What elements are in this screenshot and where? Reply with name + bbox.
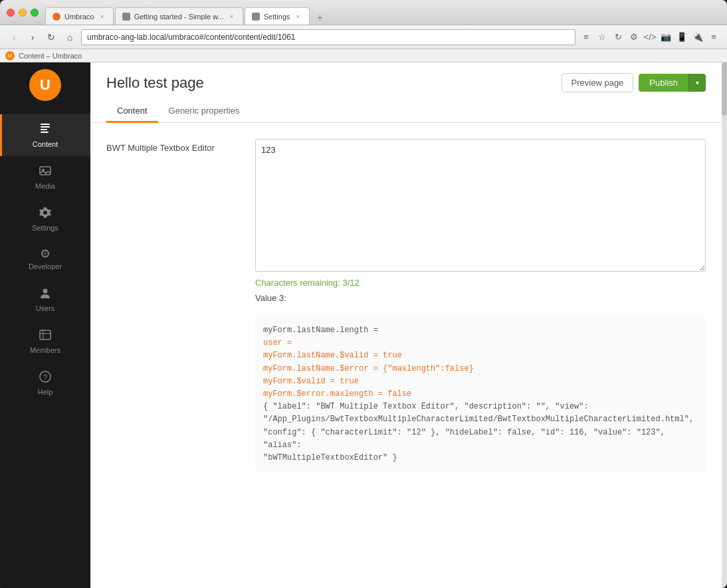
- tab-label-umbraco: Umbraco: [64, 13, 94, 21]
- field-control-editor: 123 Characters remaining: 3/12 Value 3: …: [255, 139, 706, 472]
- sidebar-item-media[interactable]: Media: [0, 156, 90, 198]
- sidebar-label-help: Help: [38, 388, 53, 396]
- new-tab-button[interactable]: +: [314, 11, 327, 25]
- sidebar-item-members[interactable]: Members: [0, 320, 90, 362]
- svg-rect-7: [40, 330, 51, 340]
- sidebar-item-content[interactable]: Content: [0, 114, 90, 156]
- menu-icon[interactable]: ≡: [707, 31, 720, 44]
- umbraco-favicon: U: [5, 51, 15, 60]
- svg-rect-3: [41, 132, 49, 133]
- sidebar-item-developer[interactable]: ⚙ Developer: [0, 240, 90, 278]
- sidebar-label-members: Members: [30, 346, 60, 354]
- tab-close-1[interactable]: ×: [98, 13, 106, 21]
- debug-line-2: user =: [263, 337, 698, 349]
- debug-info: myForm.lastName.length = user = myForm.l…: [255, 316, 706, 472]
- tab-close-3[interactable]: ×: [294, 13, 302, 21]
- scrollbar-track[interactable]: [722, 62, 727, 588]
- tab-favicon-3: [252, 13, 260, 21]
- mobile-icon[interactable]: 📱: [675, 31, 688, 44]
- tab-content[interactable]: Content: [106, 100, 158, 123]
- tab-label-getting-started: Getting started - Simple w...: [134, 13, 224, 21]
- tab-generic-properties[interactable]: Generic properties: [158, 100, 251, 123]
- publish-wrapper: Publish ▾: [639, 74, 706, 92]
- app-container: U Content: [0, 62, 727, 588]
- publish-button[interactable]: Publish: [639, 74, 688, 92]
- browser-tab-settings[interactable]: Settings ×: [245, 7, 310, 25]
- svg-point-6: [43, 289, 48, 294]
- umbraco-tab-strip: U Content – Umbraco: [0, 49, 727, 62]
- titlebar: Umbraco × Getting started - Simple w... …: [0, 0, 727, 25]
- back-button[interactable]: ‹: [7, 30, 21, 45]
- field-label-editor: BWT Multiple Textbox Editor: [106, 139, 239, 472]
- home-button[interactable]: ⌂: [62, 30, 77, 45]
- developer-icon: ⚙: [40, 248, 51, 260]
- sidebar-label-developer: Developer: [29, 262, 62, 270]
- extension-icon[interactable]: 🔌: [691, 31, 704, 44]
- browser-toolbar: ‹ › ↻ ⌂ umbraco-ang-lab.local/umbraco#/c…: [0, 25, 727, 49]
- textbox-editor[interactable]: 123: [255, 139, 706, 272]
- dev-tools-icon[interactable]: </>: [643, 31, 657, 44]
- debug-line-4: myForm.lastName.$error = {"maxlength":fa…: [263, 363, 698, 375]
- forward-button[interactable]: ›: [25, 30, 40, 45]
- address-text: umbraco-ang-lab.local/umbraco#/content/c…: [87, 33, 570, 42]
- header-actions: Preview page Publish ▾: [562, 73, 706, 92]
- browser-window: Umbraco × Getting started - Simple w... …: [0, 0, 727, 588]
- scrollbar-thumb[interactable]: [722, 62, 727, 116]
- debug-line-10: "bWTMultipleTextboxEditor" }: [263, 452, 698, 464]
- debug-line-7: { "label": "BWT Multiple Textbox Editor"…: [263, 401, 698, 413]
- sidebar-item-settings[interactable]: Settings: [0, 198, 90, 240]
- traffic-lights: [7, 9, 39, 17]
- minimize-button[interactable]: [19, 9, 27, 17]
- svg-rect-2: [41, 129, 47, 130]
- debug-line-6: myForm.$error.maxlength = false: [263, 388, 698, 401]
- sidebar-label-media: Media: [35, 182, 55, 190]
- page-header-top: Hello test page Preview page Publish ▾: [106, 73, 706, 92]
- help-icon: ?: [39, 370, 52, 385]
- debug-line-5: myForm.$valid = true: [263, 375, 698, 388]
- umbraco-tab-label: Content – Umbraco: [19, 52, 82, 60]
- users-icon: [39, 286, 52, 302]
- debug-line-3: myForm.lastName.$valid = true: [263, 349, 698, 362]
- main-content: BWT Multiple Textbox Editor 123 Characte…: [90, 123, 722, 588]
- members-icon: [39, 328, 52, 343]
- sidebar-logo-icon: U: [40, 76, 51, 94]
- reader-mode-icon[interactable]: ≡: [579, 31, 593, 44]
- preview-page-button[interactable]: Preview page: [562, 73, 634, 92]
- sidebar-label-content: Content: [33, 140, 58, 148]
- settings-sidebar-icon: [39, 206, 52, 221]
- publish-dropdown-button[interactable]: ▾: [688, 74, 706, 92]
- address-bar[interactable]: umbraco-ang-lab.local/umbraco#/content/c…: [81, 29, 575, 45]
- sidebar-item-help[interactable]: ? Help: [0, 362, 90, 404]
- debug-line-1: myForm.lastName.length =: [263, 324, 698, 337]
- sidebar-label-users: Users: [36, 304, 55, 312]
- maximize-button[interactable]: [31, 9, 39, 17]
- chars-remaining: Characters remaining: 3/12: [255, 278, 706, 288]
- value-display: Value 3:: [255, 293, 706, 303]
- debug-line-8: "/App_Plugins/BwtTextboxMultipleCharacte…: [263, 413, 698, 426]
- content-icon: [39, 122, 52, 138]
- refresh-icon[interactable]: ↻: [611, 31, 625, 44]
- sidebar-label-settings: Settings: [32, 224, 58, 232]
- field-row-editor: BWT Multiple Textbox Editor 123 Characte…: [106, 139, 706, 472]
- svg-rect-4: [40, 167, 51, 175]
- tab-favicon-1: [52, 13, 60, 21]
- browser-tab-umbraco[interactable]: Umbraco ×: [45, 7, 114, 25]
- debug-line-9: "config": { "characterLimit": "12" }, "h…: [263, 427, 698, 452]
- close-button[interactable]: [7, 9, 15, 17]
- screenshot-icon[interactable]: 📷: [659, 31, 673, 44]
- browser-tab-getting-started[interactable]: Getting started - Simple w... ×: [115, 7, 243, 25]
- bookmark-icon[interactable]: ☆: [595, 31, 609, 44]
- sidebar-logo[interactable]: U: [29, 69, 61, 101]
- page-header: Hello test page Preview page Publish ▾ C…: [90, 62, 722, 123]
- tab-close-2[interactable]: ×: [228, 13, 236, 21]
- toolbar-actions: ≡ ☆ ↻ ⚙ </> 📷 📱 🔌 ≡: [579, 31, 720, 44]
- page-title: Hello test page: [106, 74, 204, 92]
- media-icon: [39, 164, 52, 179]
- page-tabs: Content Generic properties: [106, 100, 706, 122]
- reload-button[interactable]: ↻: [44, 30, 58, 45]
- sidebar-item-users[interactable]: Users: [0, 278, 90, 320]
- browser-tabs: Umbraco × Getting started - Simple w... …: [45, 0, 720, 25]
- settings-icon[interactable]: ⚙: [627, 31, 641, 44]
- svg-rect-1: [41, 126, 50, 128]
- svg-text:?: ?: [43, 373, 47, 381]
